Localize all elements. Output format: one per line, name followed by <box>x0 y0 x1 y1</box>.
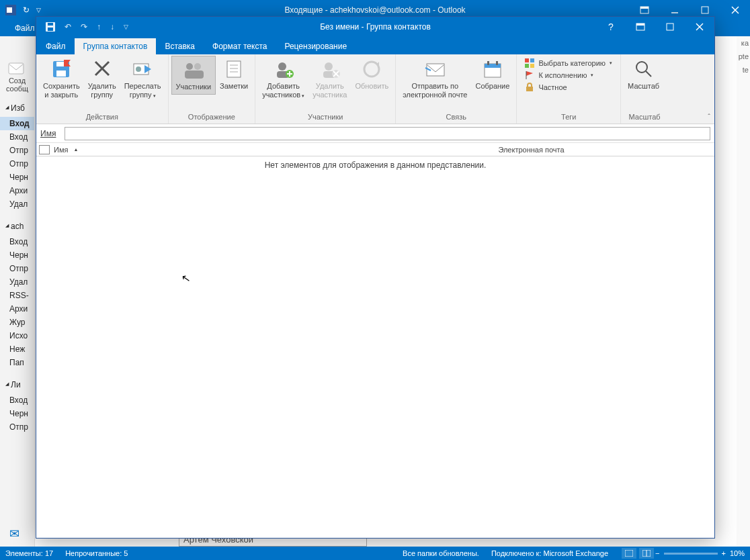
inner-maximize-button[interactable] <box>655 17 685 37</box>
meeting-button[interactable]: Собрание <box>471 56 513 93</box>
folder-item[interactable]: Отпр <box>0 157 34 171</box>
zoom-button[interactable]: Масштаб <box>624 56 663 93</box>
folder-item[interactable]: Вход <box>0 130 34 144</box>
svg-rect-5 <box>702 7 708 13</box>
group-name-input[interactable] <box>65 127 710 140</box>
members-list-body: Нет элементов для отображения в данном п… <box>36 156 714 538</box>
group-label-display: Отображение <box>171 113 253 124</box>
remove-member-button: Удалить участника <box>308 56 351 102</box>
view-normal-button[interactable] <box>622 548 636 559</box>
members-list-header: Имя Электронная почта <box>36 143 714 156</box>
svg-point-53 <box>636 62 647 73</box>
group-label-members: Участники <box>258 113 392 124</box>
tab-format-text[interactable]: Формат текста <box>204 38 276 54</box>
name-label[interactable]: Имя <box>40 129 65 138</box>
mail-module-icon[interactable]: ✉ <box>9 526 19 541</box>
svg-point-36 <box>325 62 333 71</box>
svg-rect-13 <box>636 24 644 26</box>
outlook-app-icon <box>5 5 16 15</box>
svg-point-25 <box>194 63 201 70</box>
svg-rect-48 <box>530 58 534 62</box>
folder-item[interactable]: Отпр <box>0 144 34 157</box>
svg-rect-45 <box>487 61 489 65</box>
group-label-communicate: Связь <box>399 113 513 124</box>
undo-icon[interactable]: ↶ <box>65 22 71 32</box>
svg-rect-10 <box>48 23 53 26</box>
folder-pane: Созд сообщ ИзбВходВходОтпрОтпрЧернАрхиУд… <box>0 36 35 547</box>
categorize-button[interactable]: Выбрать категорию▾ <box>525 58 612 68</box>
folder-item[interactable]: Исхо <box>0 329 34 342</box>
svg-point-24 <box>186 63 193 70</box>
folder-header[interactable]: Ли <box>0 376 34 393</box>
svg-rect-52 <box>526 87 533 91</box>
contact-group-window: ↶ ↷ ↑ ↓ ▽ Без имени - Группа контактов ?… <box>36 16 715 539</box>
folder-item[interactable]: Архи <box>0 302 34 316</box>
folder-item[interactable]: Черн <box>0 171 34 184</box>
svg-rect-19 <box>56 71 66 77</box>
icon-column-header[interactable] <box>39 145 50 154</box>
down-icon[interactable]: ↓ <box>110 22 114 32</box>
folder-item[interactable]: Черн <box>0 407 34 420</box>
folder-item[interactable]: Черн <box>0 248 34 262</box>
new-mail-button[interactable]: Созд сообщ <box>0 36 34 97</box>
tab-file[interactable]: Файл <box>36 38 75 54</box>
group-label-tags: Теги <box>519 113 618 124</box>
update-button: Обновить <box>351 56 392 93</box>
zoom-in-button[interactable]: + <box>722 549 726 557</box>
qat-dropdown-icon[interactable]: ▽ <box>36 7 41 13</box>
members-view-button[interactable]: Участники <box>171 56 216 95</box>
svg-rect-27 <box>227 61 241 77</box>
folder-item[interactable]: Вход <box>0 117 34 130</box>
name-column-header[interactable]: Имя <box>52 146 348 154</box>
close-button[interactable] <box>720 0 750 20</box>
folder-item[interactable]: Вход <box>0 393 34 407</box>
tab-insert[interactable]: Вставка <box>156 38 204 54</box>
status-items: Элементы: 17 <box>5 549 53 557</box>
view-reading-button[interactable] <box>639 548 654 559</box>
folder-item[interactable]: Отпр <box>0 420 34 434</box>
zoom-out-button[interactable]: − <box>655 549 659 557</box>
svg-rect-50 <box>530 64 534 68</box>
qat-customize-icon[interactable]: ▽ <box>124 24 128 30</box>
contact-group-ribbon: Сохранить и закрыть Удалить группу Перес… <box>36 54 714 124</box>
add-members-button[interactable]: Добавить участников <box>258 56 308 103</box>
folder-item[interactable]: Вход <box>0 235 34 248</box>
private-button[interactable]: Частное <box>525 83 612 92</box>
collapse-ribbon-icon[interactable]: ˆ <box>708 113 710 121</box>
svg-rect-1 <box>7 7 12 13</box>
group-label-actions: Действия <box>39 113 165 124</box>
email-column-header[interactable]: Электронная почта <box>348 146 714 154</box>
save-and-close-button[interactable]: Сохранить и закрыть <box>39 56 84 102</box>
inner-ribbon-display-icon[interactable] <box>626 17 655 37</box>
folder-item[interactable]: Неж <box>0 342 34 356</box>
inner-close-button[interactable] <box>685 17 714 37</box>
folder-item[interactable]: Пап <box>0 356 34 369</box>
folder-item[interactable]: Удал <box>0 275 34 289</box>
svg-rect-8 <box>9 63 24 74</box>
status-unread: Непрочитанные: 5 <box>65 549 128 557</box>
notes-view-button[interactable]: Заметки <box>216 56 252 93</box>
delete-group-button[interactable]: Удалить группу <box>84 56 120 102</box>
follow-up-button[interactable]: К исполнению▾ <box>525 71 612 80</box>
folder-header[interactable]: Изб <box>0 99 34 117</box>
zoom-slider[interactable] <box>664 553 718 555</box>
svg-rect-44 <box>485 64 501 68</box>
save-icon[interactable] <box>46 22 55 32</box>
tab-contact-group[interactable]: Группа контактов <box>75 38 157 54</box>
status-connection: Подключено к: Microsoft Exchange <box>491 549 608 557</box>
send-receive-icon[interactable]: ↻ <box>23 5 30 15</box>
folder-item[interactable]: Отпр <box>0 262 34 275</box>
zoom-level: 10% <box>730 549 745 557</box>
folder-item[interactable]: Архи <box>0 184 34 197</box>
up-icon[interactable]: ↑ <box>97 22 101 32</box>
forward-group-button[interactable]: Переслать группу <box>120 56 165 103</box>
folder-item[interactable]: Жур <box>0 316 34 329</box>
tab-review[interactable]: Рецензирование <box>276 38 356 54</box>
send-email-button[interactable]: Отправить по электронной почте <box>399 56 471 102</box>
redo-icon[interactable]: ↷ <box>81 22 87 32</box>
help-icon[interactable]: ? <box>596 17 626 37</box>
folder-item[interactable]: RSS- <box>0 289 34 302</box>
folder-header[interactable]: ach <box>0 218 34 235</box>
folder-item[interactable]: Удал <box>0 197 34 211</box>
outlook-window-title: Входящие - achekhovskoi@outlook.com - Ou… <box>284 5 465 15</box>
